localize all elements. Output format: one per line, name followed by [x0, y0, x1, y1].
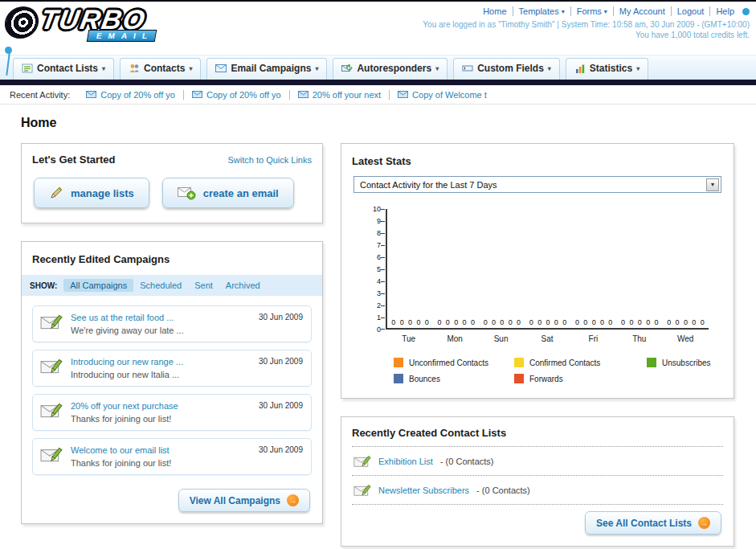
chart-value-label: 0 — [692, 318, 696, 326]
chevron-down-icon: ▾ — [636, 65, 640, 72]
recent-activity-item-label: Copy of 20% off yo — [206, 90, 281, 100]
nav-tab-email-campaigns[interactable]: Email Campaigns ▾ — [206, 58, 327, 80]
chart-x-tick-label: Fri — [570, 334, 616, 343]
manage-lists-button[interactable]: manage lists — [34, 178, 149, 208]
campaign-date: 30 Jun 2009 — [259, 401, 303, 410]
chart-y-tick-mark — [381, 245, 385, 246]
chart-value-label: 0 — [583, 318, 587, 326]
legend-label: Confirmed Contacts — [529, 358, 600, 367]
switch-quick-links-link[interactable]: Switch to Quick Links — [227, 155, 312, 165]
nav-tab-label: Contacts — [144, 63, 185, 74]
chart-value-group: 00000 — [433, 318, 479, 328]
chart-value-label: 0 — [667, 318, 671, 326]
chart-value-label: 0 — [437, 318, 441, 326]
nav-tab-statistics[interactable]: Statistics ▾ — [566, 58, 648, 80]
chart-value-label: 0 — [537, 318, 541, 326]
campaign-title-link[interactable]: 20% off your next purchase — [71, 401, 178, 411]
chart-value-label: 0 — [408, 318, 412, 326]
campaign-list-item[interactable]: See us at the retail food ... We're givi… — [32, 305, 312, 342]
chart-y-tick-mark — [381, 221, 385, 222]
tab-all-campaigns[interactable]: All Campaigns — [63, 279, 133, 292]
create-email-button[interactable]: create an email — [162, 178, 294, 208]
chart-value-label: 0 — [629, 318, 633, 326]
chart-y-tick-mark — [381, 329, 385, 330]
legend-swatch — [647, 358, 656, 367]
chart-value-label: 0 — [500, 318, 504, 326]
recent-activity-item[interactable]: Copy of 20% off yo — [78, 90, 184, 100]
recent-activity-item[interactable]: 20% off your next — [290, 90, 390, 100]
header-right: Home Templates▾ Forms▾ My Account Logout… — [423, 5, 750, 55]
legend-item: Confirmed Contacts — [514, 358, 647, 367]
recent-campaigns-title: Recently Edited Campaigns — [32, 253, 170, 265]
recent-activity-item-label: 20% off your next — [313, 90, 381, 100]
show-label: SHOW: — [30, 281, 57, 290]
header-dot-decoration — [742, 8, 750, 15]
header-link-forms[interactable]: Forms▾ — [571, 6, 614, 16]
campaign-list-item[interactable]: Introducing our new range ... Introducin… — [32, 350, 312, 387]
view-all-campaigns-button[interactable]: View All Campaigns → — [178, 489, 310, 512]
recent-activity-item-label: Copy of Welcome t — [412, 90, 487, 100]
recent-contact-lists-title: Recently Created Contact Lists — [352, 427, 723, 447]
tab-scheduled[interactable]: Scheduled — [133, 279, 188, 292]
legend-item: Unsubscribes — [647, 358, 718, 367]
logo-subtitle: EMAIL — [87, 30, 157, 42]
view-all-campaigns-label: View All Campaigns — [190, 495, 280, 506]
campaign-title-link[interactable]: See us at the retail food ... — [71, 313, 184, 322]
chart-value-label: 0 — [554, 318, 558, 326]
campaign-list-item[interactable]: Welcome to our email list Thanks for joi… — [32, 438, 312, 475]
chart-y-tick-mark — [381, 209, 385, 210]
legend-item: Forwards — [514, 374, 647, 383]
tab-sent[interactable]: Sent — [188, 279, 219, 292]
main-navigation: Contact Lists ▾ Contacts ▾ Email Campaig… — [0, 55, 756, 80]
chart-x-tick-label: Wed — [663, 334, 709, 343]
list-edit-icon — [353, 483, 371, 497]
campaign-edit-icon — [40, 313, 63, 330]
chart-y-tick-mark — [381, 305, 385, 306]
main-content: Home Let's Get Started Switch to Quick L… — [0, 104, 756, 549]
campaign-list-item[interactable]: 20% off your next purchase Thanks for jo… — [32, 394, 312, 431]
nav-tab-label: Custom Fields — [477, 63, 544, 74]
recent-activity-item[interactable]: Copy of Welcome t — [390, 90, 495, 100]
header-link-help[interactable]: Help — [710, 6, 740, 16]
header-link-logout[interactable]: Logout — [672, 6, 711, 16]
chart-x-tick-label: Tue — [386, 334, 431, 343]
nav-tab-label: Email Campaigns — [231, 63, 311, 74]
contact-list-link[interactable]: Exhibition List — [378, 457, 433, 466]
chart-x-tick-label: Sun — [478, 334, 524, 343]
campaign-title-link[interactable]: Introducing our new range ... — [71, 357, 183, 367]
nav-tab-contact-lists[interactable]: Contact Lists ▾ — [13, 58, 114, 80]
chevron-down-icon: ▾ — [435, 65, 439, 72]
contact-list-item[interactable]: Newsletter Subscribers - (0 Contacts) — [352, 476, 723, 505]
stats-chart: 00000000000000000000000000000000000 0123… — [352, 209, 723, 383]
nav-tab-label: Contact Lists — [37, 63, 98, 74]
stats-period-dropdown[interactable]: Contact Activity for the Last 7 Days ▼ — [353, 176, 721, 193]
chart-value-group: 00000 — [571, 318, 617, 328]
page-title: Home — [21, 116, 740, 130]
custom-field-icon — [462, 64, 473, 73]
contact-list-link[interactable]: Newsletter Subscribers — [378, 485, 469, 495]
header-link-my-account[interactable]: My Account — [614, 6, 672, 16]
legend-label: Bounces — [409, 375, 440, 383]
campaign-title-link[interactable]: Welcome to our email list — [71, 445, 171, 455]
chart-y-tick-label: 7 — [366, 241, 381, 249]
header-link-label: Logout — [677, 6, 705, 16]
contact-list-item[interactable]: Exhibition List - (0 Contacts) — [352, 447, 723, 476]
header-link-home[interactable]: Home — [477, 6, 513, 16]
tab-archived[interactable]: Archived — [219, 279, 267, 292]
chevron-down-icon: ▾ — [315, 65, 318, 72]
nav-tab-custom-fields[interactable]: Custom Fields ▾ — [453, 58, 560, 80]
header-link-templates[interactable]: Templates▾ — [513, 6, 571, 16]
campaign-subtitle: Introducing our new Italia ... — [71, 370, 183, 379]
stats-chart-groups: 00000000000000000000000000000000000 — [387, 318, 709, 328]
recent-activity-item[interactable]: Copy of 20% off yo — [184, 90, 290, 100]
envelope-icon — [215, 64, 227, 72]
nav-tab-autoresponders[interactable]: Autoresponders ▾ — [333, 58, 447, 80]
bar-chart-icon — [574, 64, 586, 74]
see-all-contact-lists-button[interactable]: See All Contact Lists → — [585, 511, 721, 535]
chart-y-tick-label: 10 — [366, 205, 381, 213]
chart-value-label: 0 — [546, 318, 550, 326]
get-started-title: Let's Get Started — [32, 154, 116, 166]
nav-tab-label: Autoresponders — [357, 63, 431, 74]
header-link-label: Forms — [577, 6, 602, 16]
nav-tab-contacts[interactable]: Contacts ▾ — [120, 58, 201, 80]
